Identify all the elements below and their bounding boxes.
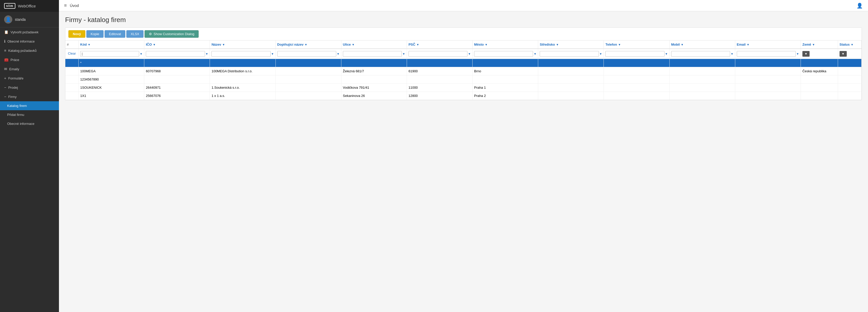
filter-icon-doplnujici[interactable]: ▼ bbox=[305, 43, 307, 46]
filter-dropdown-psc[interactable]: ▼ bbox=[468, 52, 471, 55]
cell-zeme bbox=[801, 59, 838, 67]
cell-mesto bbox=[472, 75, 538, 84]
filter-icon-stredisko[interactable]: ▼ bbox=[556, 43, 559, 46]
filter-ulice-cell: ▼ bbox=[341, 49, 407, 59]
table-row[interactable]: 1234567890 bbox=[65, 75, 862, 84]
filter-dropdown-email[interactable]: ▼ bbox=[796, 52, 799, 55]
table-row[interactable]: 1X1256670761 x 1 a.s.Sekaninova 2612800P… bbox=[65, 92, 862, 100]
sidebar-item-prodej[interactable]: − Prodej bbox=[0, 83, 59, 92]
sidebar-item-vytvorit-pozadavek[interactable]: 📋 Vytvořit požadavek bbox=[0, 27, 59, 37]
filter-icon-email[interactable]: ▼ bbox=[746, 43, 749, 46]
cell-telefon bbox=[604, 75, 670, 84]
filter-icon-telefon[interactable]: ▼ bbox=[618, 43, 621, 46]
filter-dropdown-kod[interactable]: ▼ bbox=[140, 52, 143, 55]
filter-icon-nazev[interactable]: ▼ bbox=[222, 43, 225, 46]
xlsx-button[interactable]: XLSX bbox=[126, 30, 144, 38]
filter-icon-ico[interactable]: ▼ bbox=[153, 43, 156, 46]
filter-dropdown-ico[interactable]: ▼ bbox=[206, 52, 208, 55]
clear-button[interactable]: Clear bbox=[67, 51, 77, 56]
filter-dropdown-telefon[interactable]: ▼ bbox=[665, 52, 668, 55]
filter-icon-ulice[interactable]: ▼ bbox=[352, 43, 355, 46]
sidebar-item-obecne-informace[interactable]: ℹ Obecné informace bbox=[0, 37, 59, 46]
col-zeme: Země ▼ bbox=[801, 40, 838, 49]
customize-button[interactable]: ⚙ Show Customization Dialog bbox=[145, 30, 198, 38]
breadcrumb: Úvod bbox=[70, 3, 79, 8]
user-icon[interactable]: 👤 bbox=[857, 3, 863, 9]
cell-email bbox=[735, 75, 801, 84]
filter-mobil-input[interactable] bbox=[671, 51, 730, 57]
list-icon: ≡ bbox=[4, 49, 6, 53]
col-telefon: Telefon ▼ bbox=[604, 40, 670, 49]
cell-nazev bbox=[210, 59, 276, 67]
filter-psc-cell: ▼ bbox=[407, 49, 472, 59]
sidebar-item-katalog-pozadavku[interactable]: ≡ Katalog požadavků bbox=[0, 46, 59, 55]
filter-status-dropdown[interactable]: ▼ bbox=[840, 51, 847, 57]
cell-mobil bbox=[670, 59, 735, 67]
sidebar-item-formulare[interactable]: + Formuláře bbox=[0, 73, 59, 83]
cell-ico bbox=[144, 59, 210, 67]
cell-mobil bbox=[670, 67, 735, 75]
filter-icon-mesto[interactable]: ▼ bbox=[485, 43, 488, 46]
plus-icon: + bbox=[4, 76, 6, 80]
filter-psc-input[interactable] bbox=[408, 51, 467, 57]
filter-dropdown-nazev[interactable]: ▼ bbox=[271, 52, 274, 55]
filter-icon-zeme[interactable]: ▼ bbox=[812, 43, 815, 46]
table-card: Nový Kopie Editovat XLSX ⚙ Show Customiz… bbox=[65, 27, 862, 100]
kopie-button[interactable]: Kopie bbox=[86, 30, 103, 38]
table-body: *100MEGA60707968100MEGA Distribution s.r… bbox=[65, 59, 862, 100]
filter-icon-psc[interactable]: ▼ bbox=[416, 43, 419, 46]
filter-doplnujici-input[interactable] bbox=[277, 51, 336, 57]
filter-icon-status[interactable]: ▼ bbox=[851, 43, 854, 46]
cell-email bbox=[735, 92, 801, 100]
sidebar-item-emaily[interactable]: ✉ Emaily bbox=[0, 64, 59, 73]
table-row[interactable]: 1SOUKENICK264409711.Soukenická s.r.o.Vod… bbox=[65, 84, 862, 92]
cell-zeme bbox=[801, 92, 838, 100]
sidebar-item-prace[interactable]: 🧰 Práce bbox=[0, 55, 59, 64]
filter-icon-kod[interactable]: ▼ bbox=[88, 43, 90, 46]
cell-psc: 11000 bbox=[407, 84, 472, 92]
table-area: Nový Kopie Editovat XLSX ⚙ Show Customiz… bbox=[59, 27, 868, 312]
filter-nazev-input[interactable] bbox=[211, 51, 270, 57]
minus-icon: − bbox=[4, 85, 6, 90]
filter-email-input[interactable] bbox=[737, 51, 796, 57]
filter-ulice-input[interactable] bbox=[343, 51, 402, 57]
filter-zeme-dropdown[interactable]: ▼ bbox=[802, 51, 810, 57]
col-doplnujici: Doplňující název ▼ bbox=[276, 40, 341, 49]
filter-dropdown-ulice[interactable]: ▼ bbox=[402, 52, 405, 55]
table-header-row: # Kód ▼ IČO ▼ bbox=[65, 40, 862, 49]
cell-mobil bbox=[670, 92, 735, 100]
filter-dropdown-mobil[interactable]: ▼ bbox=[731, 52, 734, 55]
sidebar-item-label: Práce bbox=[10, 58, 19, 62]
cell-nazev: 100MEGA Distribution s.r.o. bbox=[210, 67, 276, 75]
filter-dropdown-mesto[interactable]: ▼ bbox=[533, 52, 536, 55]
sidebar-item-obecne-informace-bottom[interactable]: Obecné informace bbox=[0, 119, 59, 128]
table-row[interactable]: 100MEGA60707968100MEGA Distribution s.r.… bbox=[65, 67, 862, 75]
filter-kod-cell: ▼ bbox=[79, 49, 144, 59]
sidebar-item-katalog-firem[interactable]: Katalog firem bbox=[0, 101, 59, 110]
filter-ico-input[interactable] bbox=[146, 51, 205, 57]
cell-kod: 100MEGA bbox=[79, 67, 144, 75]
sidebar-item-pridat-firmu[interactable]: Přidat firmu bbox=[0, 110, 59, 119]
avatar: 👤 bbox=[4, 15, 12, 24]
new-button[interactable]: Nový bbox=[68, 30, 85, 38]
cell-ico: 25667076 bbox=[144, 92, 210, 100]
sidebar-item-firmy[interactable]: − Firmy bbox=[0, 92, 59, 101]
filter-dropdown-doplnujici[interactable]: ▼ bbox=[337, 52, 340, 55]
col-nazev: Název ▼ bbox=[210, 40, 276, 49]
filter-telefon-input[interactable] bbox=[605, 51, 664, 57]
col-stredisko: Středisko ▼ bbox=[538, 40, 604, 49]
cell-psc bbox=[407, 75, 472, 84]
cell-ico bbox=[144, 75, 210, 84]
editovat-button[interactable]: Editovat bbox=[104, 30, 125, 38]
filter-stredisko-input[interactable] bbox=[540, 51, 599, 57]
filter-mesto-input[interactable] bbox=[474, 51, 533, 57]
cell-kod: * bbox=[79, 59, 144, 67]
cell-telefon bbox=[604, 67, 670, 75]
cell-ico: 60707968 bbox=[144, 67, 210, 75]
filter-icon-mobil[interactable]: ▼ bbox=[681, 43, 684, 46]
filter-dropdown-stredisko[interactable]: ▼ bbox=[599, 52, 602, 55]
col-mesto: Město ▼ bbox=[472, 40, 538, 49]
menu-icon[interactable]: ≡ bbox=[64, 3, 67, 8]
filter-kod-input[interactable] bbox=[80, 51, 139, 57]
table-row[interactable]: * bbox=[65, 59, 862, 67]
